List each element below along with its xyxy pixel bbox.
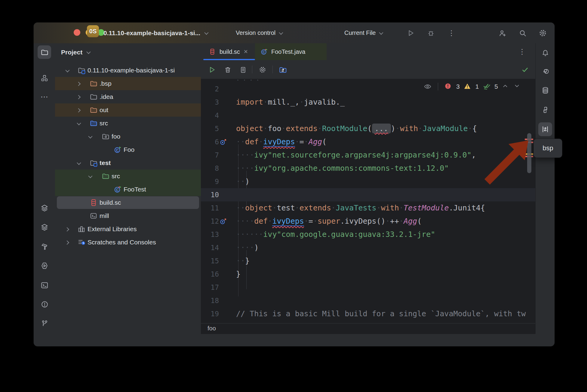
code-line-13[interactable]: 13······ivy"com.google.guava:guava:33.2.… — [201, 228, 535, 241]
python-toolwindow-button[interactable] — [540, 104, 551, 115]
tree-row-mill[interactable]: mill — [55, 209, 201, 222]
screenshot-stage: 0S 0.11.10-example-basicjava-1-si... Ver… — [0, 0, 587, 392]
editor-pane: build.sc ✕ C FooTest.java ⋮ — [201, 43, 535, 334]
tab-footest-java[interactable]: C FooTest.java — [255, 43, 327, 60]
breadcrumb[interactable]: foo — [207, 323, 216, 333]
code-line-3[interactable]: 3import·mill._,·javalib._ — [201, 96, 535, 109]
code-line-6[interactable]: 6··def·ivyDeps·=·Agg( — [201, 135, 535, 149]
ai-assistant-toolwindow-button[interactable] — [540, 66, 551, 77]
chevron-down-icon[interactable] — [77, 161, 81, 165]
tree-row-src[interactable]: src — [55, 170, 201, 183]
code-line-17[interactable]: 17 — [201, 281, 535, 294]
code-with-me-button[interactable] — [497, 28, 508, 38]
tree-row-external-libraries[interactable]: External Libraries — [55, 222, 201, 236]
project-switcher[interactable]: 0.11.10-example-basicjava-1-si... — [103, 23, 207, 43]
tab-options-icon[interactable]: ⋮ — [518, 43, 526, 60]
project-title: 0.11.10-example-basicjava-1-si... — [103, 29, 200, 37]
project-toolwindow-button[interactable] — [38, 45, 51, 59]
terminal-toolwindow-button[interactable] — [39, 280, 50, 291]
tree-item-label: test — [100, 156, 111, 170]
more-toolwindows-button[interactable]: ⋯ — [39, 91, 50, 102]
chevron-right-icon[interactable] — [76, 108, 81, 112]
code-area[interactable]: ···· 23import·mill._,·javalib._45object·… — [201, 79, 535, 323]
prev-problem-icon[interactable] — [502, 83, 510, 90]
override-gutter-icon[interactable] — [220, 138, 227, 146]
tree-row-0-11-10-example-basicjava-1-si[interactable]: 0.11.10-example-basicjava-1-si — [55, 64, 201, 77]
services-toolwindow-button[interactable] — [39, 260, 50, 271]
tab-build-sc[interactable]: build.sc ✕ — [203, 43, 255, 60]
debug-button[interactable] — [426, 28, 436, 38]
chevron-down-icon[interactable] — [88, 174, 92, 178]
project-panel-header[interactable]: Project — [61, 46, 90, 59]
tree-row-scratches-and-consoles[interactable]: Scratches and Consoles — [55, 236, 201, 249]
toolbar-divider — [272, 66, 273, 73]
code-line-7[interactable]: 7····ivy"net.sourceforge.argparse4j:argp… — [201, 149, 535, 162]
folded-region[interactable]: ... — [372, 124, 391, 133]
line-number: 11 — [201, 201, 219, 215]
next-problem-icon[interactable] — [514, 83, 521, 90]
code-line-14[interactable]: 14····) — [201, 241, 535, 254]
override-gutter-icon[interactable] — [220, 217, 227, 225]
tree-row-footest[interactable]: CFooTest — [55, 183, 201, 196]
tree-row-test[interactable]: test — [55, 156, 201, 170]
run-file-button[interactable] — [207, 64, 217, 75]
chevron-right-icon[interactable] — [65, 227, 69, 231]
code-line-11[interactable]: 11··object·test·extends·JavaTests·with·T… — [201, 201, 535, 215]
delete-button[interactable] — [222, 64, 233, 75]
close-window-button[interactable] — [74, 29, 80, 36]
code-line-18[interactable]: 18 — [201, 294, 535, 307]
dependencies-toolwindow-button[interactable] — [39, 203, 50, 213]
code-line-5[interactable]: 5object·foo·extends·RootModule(...)·with… — [201, 122, 535, 135]
chevron-right-icon[interactable] — [65, 240, 69, 245]
tree-row--bsp[interactable]: .bsp — [55, 77, 201, 90]
code-line-4[interactable]: 4 — [201, 109, 535, 122]
copy-output-button[interactable] — [238, 64, 248, 75]
code-line-15[interactable]: 15··} — [201, 254, 535, 268]
chevron-right-icon[interactable] — [76, 82, 81, 86]
code-text: ··def·ivyDeps·=·Agg( — [236, 135, 327, 149]
line-number: 5 — [201, 122, 219, 135]
chevron-right-icon[interactable] — [76, 95, 81, 99]
code-line-9[interactable]: 9··) — [201, 175, 535, 188]
code-lines: 23import·mill._,·javalib._45object·foo·e… — [201, 82, 535, 320]
code-text: ··object·test·extends·JavaTests·with·Tes… — [236, 201, 485, 215]
chevron-down-icon[interactable] — [77, 121, 81, 125]
more-actions-button[interactable]: ⋮ — [446, 28, 456, 38]
problems-toolwindow-button[interactable] — [39, 299, 50, 310]
packages-toolwindow-button[interactable] — [39, 222, 50, 233]
inspections-widget[interactable]: 3 1 5 — [424, 81, 521, 92]
load-changes-button[interactable] — [277, 64, 288, 75]
tree-row-foo[interactable]: CFoo — [55, 143, 201, 156]
chevron-down-icon[interactable] — [88, 134, 92, 139]
structure-toolwindow-button[interactable] — [39, 73, 50, 84]
code-line-12[interactable]: 12····def·ivyDeps·=·super.ivyDeps()·++·A… — [201, 215, 535, 228]
code-text: ··) — [236, 175, 250, 188]
code-line-8[interactable]: 8····ivy"org.apache.commons:commons-text… — [201, 162, 535, 175]
tree-row-src[interactable]: src — [55, 117, 201, 130]
highlighting-eye-icon[interactable] — [424, 83, 432, 90]
code-line-19[interactable]: 19// This is a basic Mill build for a si… — [201, 307, 535, 320]
editor-scrollbar[interactable] — [527, 133, 531, 173]
git-toolwindow-button[interactable] — [39, 318, 50, 329]
tree-row--idea[interactable]: .idea — [55, 90, 201, 103]
run-button[interactable] — [406, 28, 416, 38]
build-toolwindow-button[interactable] — [39, 241, 50, 252]
code-line-10[interactable]: 10 — [201, 188, 535, 201]
scratches-icon — [78, 238, 85, 246]
code-line-16[interactable]: 16} — [201, 268, 535, 281]
search-everywhere-button[interactable] — [518, 28, 528, 38]
bsp-toolwindow-button[interactable] — [538, 122, 552, 136]
build-settings-button[interactable] — [257, 64, 268, 75]
line-number: 18 — [201, 294, 219, 307]
chevron-down-icon[interactable] — [65, 68, 69, 72]
tree-row-build-sc[interactable]: build.sc — [55, 196, 201, 209]
tree-row-foo[interactable]: foo — [55, 130, 201, 143]
tree-row-out[interactable]: out — [55, 103, 201, 117]
vcs-widget[interactable]: Version control — [236, 23, 282, 43]
settings-button[interactable] — [538, 28, 548, 38]
close-tab-icon[interactable]: ✕ — [244, 48, 248, 55]
run-config-label: Current File — [344, 29, 376, 36]
run-configuration-select[interactable]: Current File — [344, 23, 382, 43]
notifications-toolwindow-button[interactable] — [540, 47, 551, 58]
database-toolwindow-button[interactable] — [540, 85, 551, 96]
